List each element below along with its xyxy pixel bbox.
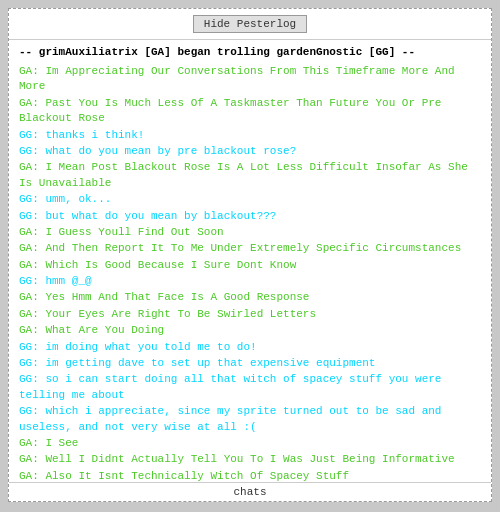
message-line: GG: which i appreciate, since my sprite …: [19, 404, 481, 435]
footer: chats: [9, 482, 491, 501]
chat-window: Hide Pesterlog -- grimAuxiliatrix [GA] b…: [8, 8, 492, 502]
message-line: GA: Your Eyes Are Right To Be Swirled Le…: [19, 307, 481, 322]
message-line: GA: Yes Hmm And That Face Is A Good Resp…: [19, 290, 481, 305]
message-line: GA: Past You Is Much Less Of A Taskmaste…: [19, 96, 481, 127]
message-line: GA: Also It Isnt Technically Witch Of Sp…: [19, 469, 481, 482]
header-bar: Hide Pesterlog: [9, 9, 491, 40]
message-line: GG: umm, ok...: [19, 192, 481, 207]
message-line: GG: but what do you mean by blackout???: [19, 209, 481, 224]
message-line: GG: so i can start doing all that witch …: [19, 372, 481, 403]
chats-label: chats: [233, 486, 266, 498]
message-line: GA: Im Appreciating Our Conversations Fr…: [19, 64, 481, 95]
message-line: GG: thanks i think!: [19, 128, 481, 143]
message-line: GG: what do you mean by pre blackout ros…: [19, 144, 481, 159]
hide-pesterlog-button[interactable]: Hide Pesterlog: [193, 15, 307, 33]
message-line: GA: And Then Report It To Me Under Extre…: [19, 241, 481, 256]
message-line: GA: I Mean Post Blackout Rose Is A Lot L…: [19, 160, 481, 191]
message-line: GA: I See: [19, 436, 481, 451]
message-line: GA: I Guess Youll Find Out Soon: [19, 225, 481, 240]
system-message: -- grimAuxiliatrix [GA] began trolling g…: [19, 46, 481, 58]
message-line: GA: Which Is Good Because I Sure Dont Kn…: [19, 258, 481, 273]
message-line: GG: im getting dave to set up that expen…: [19, 356, 481, 371]
message-line: GA: Well I Didnt Actually Tell You To I …: [19, 452, 481, 467]
message-line: GG: hmm @_@: [19, 274, 481, 289]
message-line: GG: im doing what you told me to do!: [19, 340, 481, 355]
chat-area[interactable]: -- grimAuxiliatrix [GA] began trolling g…: [9, 40, 491, 482]
message-line: GA: What Are You Doing: [19, 323, 481, 338]
